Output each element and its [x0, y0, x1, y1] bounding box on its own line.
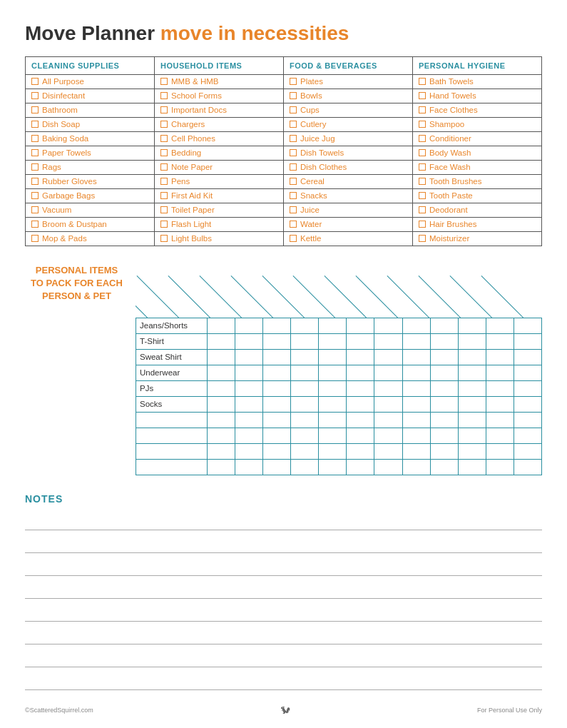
checkbox[interactable]	[160, 178, 168, 185]
checkbox[interactable]	[31, 92, 39, 99]
checkbox[interactable]	[419, 135, 426, 142]
personal-grid-cell[interactable]	[208, 365, 235, 380]
checkbox[interactable]	[419, 192, 426, 199]
personal-grid-cell[interactable]	[263, 365, 291, 380]
personal-grid-cell[interactable]	[319, 318, 347, 333]
personal-grid-cell[interactable]	[430, 365, 458, 380]
personal-grid-cell[interactable]	[486, 459, 514, 475]
personal-grid-cell[interactable]	[319, 428, 347, 443]
checklist-item[interactable]: Face Clothes	[419, 105, 536, 116]
personal-grid-cell[interactable]	[347, 443, 374, 459]
personal-grid-cell[interactable]	[402, 365, 430, 380]
personal-grid-cell[interactable]	[263, 412, 291, 428]
personal-grid-cell[interactable]	[347, 318, 374, 333]
personal-grid-cell[interactable]	[458, 443, 486, 459]
personal-grid-cell[interactable]	[430, 412, 458, 428]
personal-grid-cell[interactable]	[402, 380, 430, 396]
personal-grid-cell[interactable]	[208, 443, 235, 459]
checkbox[interactable]	[419, 92, 426, 99]
personal-grid-cell[interactable]	[291, 349, 319, 365]
personal-grid-cell[interactable]	[374, 365, 402, 380]
checkbox[interactable]	[31, 163, 39, 171]
personal-grid-cell[interactable]	[458, 349, 486, 365]
personal-grid-cell[interactable]	[402, 333, 430, 349]
personal-grid-cell[interactable]	[235, 380, 263, 396]
personal-grid-cell[interactable]	[458, 380, 486, 396]
personal-grid-cell[interactable]	[374, 333, 402, 349]
checklist-item[interactable]: Water	[290, 219, 407, 230]
personal-grid-cell[interactable]	[430, 333, 458, 349]
personal-grid-cell[interactable]	[263, 349, 291, 365]
checklist-item[interactable]: Disinfectant	[31, 91, 148, 101]
personal-grid-cell[interactable]	[430, 396, 458, 412]
checkbox[interactable]	[290, 178, 297, 185]
personal-grid-cell[interactable]	[347, 412, 374, 428]
personal-grid-cell[interactable]	[291, 396, 319, 412]
checkbox[interactable]	[160, 135, 168, 142]
checklist-item[interactable]: Note Paper	[160, 162, 277, 173]
personal-grid-cell[interactable]	[263, 380, 291, 396]
personal-grid-cell[interactable]	[319, 365, 347, 380]
checklist-item[interactable]: First Aid Kit	[160, 191, 277, 201]
checkbox[interactable]	[160, 78, 168, 85]
checklist-item[interactable]: Bowls	[290, 91, 407, 101]
personal-grid-cell[interactable]	[347, 333, 374, 349]
checkbox[interactable]	[419, 78, 426, 85]
personal-grid-cell[interactable]	[291, 318, 319, 333]
checkbox[interactable]	[419, 149, 426, 156]
checkbox[interactable]	[160, 206, 168, 213]
checkbox[interactable]	[290, 92, 297, 99]
personal-grid-cell[interactable]	[374, 443, 402, 459]
personal-grid-cell[interactable]	[319, 459, 347, 475]
personal-grid-cell[interactable]	[319, 380, 347, 396]
personal-grid-cell[interactable]	[319, 349, 347, 365]
personal-grid-cell[interactable]	[235, 349, 263, 365]
personal-grid-cell[interactable]	[458, 396, 486, 412]
checkbox[interactable]	[290, 78, 297, 85]
personal-grid-cell[interactable]	[208, 380, 235, 396]
personal-grid-cell[interactable]	[263, 333, 291, 349]
personal-grid-cell[interactable]	[319, 443, 347, 459]
personal-grid-cell[interactable]	[458, 412, 486, 428]
checkbox[interactable]	[31, 192, 39, 199]
personal-grid-cell[interactable]	[347, 428, 374, 443]
personal-grid-cell[interactable]	[319, 412, 347, 428]
checkbox[interactable]	[419, 221, 426, 228]
checklist-item[interactable]: Broom & Dustpan	[31, 219, 148, 230]
checkbox[interactable]	[160, 163, 168, 171]
personal-grid-cell[interactable]	[458, 318, 486, 333]
checklist-item[interactable]: Moisturizer	[419, 233, 536, 244]
personal-grid-cell[interactable]	[486, 428, 514, 443]
personal-grid-cell[interactable]	[235, 333, 263, 349]
personal-grid-cell[interactable]	[347, 380, 374, 396]
personal-grid-cell[interactable]	[263, 428, 291, 443]
personal-grid-cell[interactable]	[208, 459, 235, 475]
checkbox[interactable]	[290, 121, 297, 128]
personal-grid-cell[interactable]	[374, 349, 402, 365]
personal-grid-cell[interactable]	[374, 380, 402, 396]
checkbox[interactable]	[160, 121, 168, 128]
personal-grid-cell[interactable]	[486, 396, 514, 412]
personal-grid-cell[interactable]	[235, 412, 263, 428]
personal-grid-cell[interactable]	[291, 428, 319, 443]
checkbox[interactable]	[31, 135, 39, 142]
personal-grid-cell[interactable]	[319, 396, 347, 412]
personal-grid-cell[interactable]	[430, 443, 458, 459]
personal-grid-cell[interactable]	[402, 428, 430, 443]
personal-grid-cell[interactable]	[263, 459, 291, 475]
personal-grid-cell[interactable]	[514, 380, 541, 396]
personal-grid-cell[interactable]	[486, 380, 514, 396]
checklist-item[interactable]: Kettle	[290, 233, 407, 244]
checklist-item[interactable]: Bedding	[160, 148, 277, 158]
personal-grid-cell[interactable]	[514, 396, 541, 412]
checklist-item[interactable]: Shampoo	[419, 119, 536, 130]
personal-grid-cell[interactable]	[235, 428, 263, 443]
personal-grid-cell[interactable]	[402, 443, 430, 459]
personal-grid-cell[interactable]	[235, 365, 263, 380]
personal-grid-cell[interactable]	[347, 365, 374, 380]
checkbox[interactable]	[31, 221, 39, 228]
personal-grid-cell[interactable]	[208, 349, 235, 365]
checkbox[interactable]	[290, 135, 297, 142]
checklist-item[interactable]: Rags	[31, 162, 148, 173]
personal-grid-cell[interactable]	[458, 459, 486, 475]
